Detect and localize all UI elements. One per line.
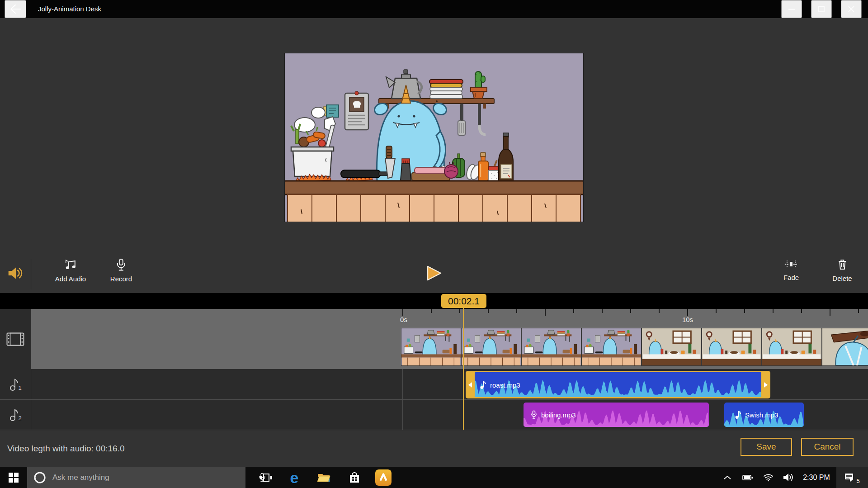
preview-stage: Add Audio Record Fade <box>0 18 868 293</box>
chevron-up-icon <box>723 475 731 480</box>
tray-chevron-button[interactable] <box>722 467 733 488</box>
close-button[interactable] <box>841 0 862 18</box>
trim-left-icon <box>468 382 472 388</box>
audio-clip-roast[interactable]: roast.mp3 <box>466 371 770 398</box>
audio-track-2-number: 2 <box>18 415 21 422</box>
wifi-icon <box>763 474 774 482</box>
file-explorer-button[interactable] <box>316 467 331 488</box>
ruler-tick <box>402 309 403 316</box>
video-track-header <box>0 309 31 369</box>
video-thumbnail-kitchen <box>401 328 461 365</box>
action-center-button[interactable]: 5 <box>836 467 868 488</box>
play-icon <box>426 265 442 281</box>
task-view-button[interactable] <box>259 467 273 488</box>
fade-button[interactable]: Fade <box>783 259 799 281</box>
video-thumbnail-kitchen <box>582 328 641 365</box>
store-icon <box>349 471 360 483</box>
maximize-button[interactable] <box>811 0 832 18</box>
toolbar-divider <box>31 259 31 289</box>
close-icon <box>848 6 854 12</box>
trim-right-icon <box>764 382 768 388</box>
store-button[interactable] <box>347 467 362 488</box>
clip-name-roast: roast.mp3 <box>490 381 520 389</box>
ruler-tick <box>516 309 517 313</box>
cortana-search-box[interactable] <box>27 467 245 488</box>
video-thumbnail-dining <box>762 328 821 365</box>
title-bar: Jolly-Animation Desk <box>0 0 868 18</box>
record-mic-icon <box>116 259 126 271</box>
ruler-tick <box>801 309 802 313</box>
minimize-button[interactable] <box>781 0 802 18</box>
mic-icon <box>531 411 537 419</box>
battery-icon <box>742 475 753 480</box>
audio-clip-swish[interactable]: Swish.mp3 <box>724 403 804 427</box>
video-thumbnail-dining <box>702 328 761 365</box>
trim-handle-right[interactable] <box>761 371 770 398</box>
search-input[interactable] <box>52 473 216 483</box>
ruler-tick <box>431 309 432 313</box>
clip-name-boiling: boiling.mp3 <box>541 411 576 419</box>
animation-app-button[interactable] <box>375 467 392 488</box>
ruler-tick <box>630 309 631 313</box>
clip-name-swish: Swish.mp3 <box>745 411 778 419</box>
tray-volume-button[interactable] <box>781 467 797 488</box>
ruler-tick <box>716 309 717 313</box>
ruler-tick <box>573 309 574 313</box>
video-thumbnail-closeup <box>822 328 868 365</box>
minimize-icon <box>788 9 795 10</box>
ruler-tick <box>858 309 859 313</box>
footer-bar: Video legth with audio: 00:16.0 Save Can… <box>0 430 868 467</box>
notification-count: 5 <box>856 478 859 484</box>
ruler-label-10s: 10s <box>682 316 693 323</box>
volume-icon <box>6 267 24 280</box>
tray-battery-button[interactable] <box>741 467 755 488</box>
ruler-tick <box>659 309 660 313</box>
track-divider-1 <box>0 399 868 400</box>
time-strip <box>0 293 868 309</box>
film-strip-icon <box>6 332 24 346</box>
playhead-line[interactable] <box>463 308 464 430</box>
video-thumbnail-kitchen <box>462 328 521 365</box>
ruler-tick <box>830 309 830 316</box>
video-preview <box>285 53 583 222</box>
cortana-icon <box>33 471 46 484</box>
music-note-icon <box>735 411 741 419</box>
ruler-tick <box>488 309 489 313</box>
file-explorer-icon <box>317 472 330 483</box>
save-button[interactable]: Save <box>741 438 792 456</box>
tray-wifi-button[interactable] <box>761 467 775 488</box>
back-arrow-icon <box>9 3 22 15</box>
cancel-button[interactable]: Cancel <box>801 438 854 456</box>
video-thumbnail-kitchen <box>522 328 581 365</box>
edge-browser-button[interactable]: e <box>287 467 302 488</box>
back-button[interactable] <box>5 0 26 18</box>
playhead-time-badge[interactable]: 00:02.1 <box>441 294 486 308</box>
windows-start-icon <box>9 473 19 483</box>
windows-taskbar: e <box>0 467 868 488</box>
task-view-icon <box>259 473 272 482</box>
video-length-info: Video legth with audio: 00:16.0 <box>7 430 125 467</box>
tray-volume-icon <box>783 473 795 482</box>
fade-label: Fade <box>783 274 799 281</box>
delete-label: Delete <box>832 275 852 282</box>
ruler-tick <box>602 309 603 313</box>
kitchen-scene <box>285 53 583 222</box>
ruler-tick <box>545 309 546 316</box>
start-button[interactable] <box>0 467 27 488</box>
taskbar-clock[interactable]: 2:30 PM <box>797 467 835 488</box>
delete-button[interactable]: Delete <box>832 259 852 282</box>
record-button[interactable]: Record <box>110 259 132 283</box>
add-audio-button[interactable]: Add Audio <box>55 259 86 283</box>
animation-app-icon <box>375 469 392 486</box>
add-audio-label: Add Audio <box>55 275 86 283</box>
app-window: Jolly-Animation Desk <box>0 0 868 488</box>
video-thumbnail-dining <box>642 328 701 365</box>
delete-trash-icon <box>837 259 847 270</box>
edge-icon: e <box>290 470 299 485</box>
mute-toggle-button[interactable] <box>6 267 24 281</box>
trim-handle-left[interactable] <box>466 371 475 398</box>
record-label: Record <box>110 275 132 283</box>
add-audio-notes-icon <box>65 259 77 271</box>
audio-clip-boiling[interactable]: boiling.mp3 <box>524 403 709 427</box>
play-button[interactable] <box>426 265 442 283</box>
